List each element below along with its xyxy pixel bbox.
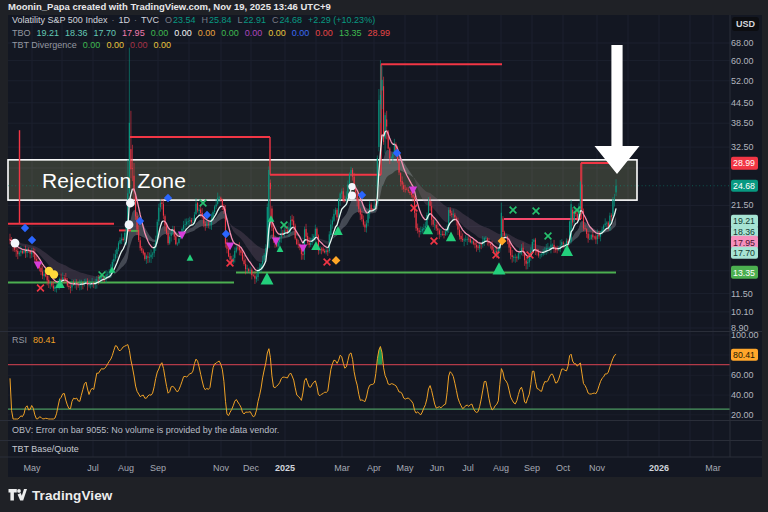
candle-body [192, 222, 193, 223]
candle-body [240, 250, 241, 253]
candle-body [177, 244, 178, 245]
candle-body [502, 219, 503, 232]
tbo-indicator-legend[interactable]: TBO 19.2118.3617.7017.950.000.000.000.00… [12, 28, 396, 39]
chart-canvas[interactable] [0, 0, 768, 512]
candle-body [492, 246, 493, 250]
candle-body [17, 251, 18, 254]
candle-body [464, 240, 465, 241]
candle-body [378, 100, 379, 147]
time-axis-label: Jun [430, 460, 445, 477]
tbt-base-quote-pane-label[interactable]: TBT Base/Quote [12, 444, 79, 454]
candle-body [419, 230, 420, 232]
candle-body [392, 154, 393, 158]
ohlc-value: 25.84 [209, 15, 232, 25]
candle-body [278, 242, 279, 247]
candle-body [149, 257, 150, 258]
candle-body [152, 254, 153, 255]
candle-body [557, 250, 558, 251]
tbo-label[interactable]: TBO [12, 28, 31, 39]
rsi-legend[interactable]: RSI 80.41 [12, 335, 56, 346]
candle-body [352, 170, 353, 177]
symbol-name[interactable]: Volatility S&P 500 Index [12, 15, 107, 26]
symbol-legend[interactable]: Volatility S&P 500 Index · 1D · TVC O23.… [12, 15, 375, 26]
candle-body [124, 233, 125, 240]
candle-body [323, 249, 324, 251]
candle-body [44, 274, 45, 276]
tbt-divergence-label[interactable]: TBT Divergence [12, 40, 77, 51]
candle-body [346, 197, 347, 201]
candle-body [168, 233, 169, 243]
candle-body [343, 191, 344, 200]
candle-body [504, 232, 505, 235]
candle-body [338, 200, 339, 217]
candle-body [209, 224, 210, 225]
tbt-divergence-value: 0.00 [106, 40, 124, 50]
candle-body [462, 239, 463, 240]
candle-body [335, 210, 336, 214]
tbt-divergence-legend[interactable]: TBT Divergence 0.000.000.000.00 [12, 40, 177, 51]
candle-body [144, 253, 145, 259]
candle-body [47, 276, 48, 281]
candle-body [591, 235, 592, 239]
candle-body [603, 226, 604, 230]
price-axis-tick: 10.10 [731, 307, 765, 317]
candle-body [254, 276, 255, 279]
candle-body [443, 234, 444, 235]
candle-body [296, 239, 297, 244]
price-axis-tick: 21.50 [731, 200, 765, 210]
candle-body [98, 280, 99, 281]
price-axis-tick: 40.00 [731, 390, 765, 400]
candle-body [64, 278, 65, 279]
candle-body [302, 254, 303, 256]
price-label-badge: 28.99 [731, 157, 758, 169]
tradingview-logo-icon [8, 487, 27, 504]
exchange-label: TVC [141, 15, 159, 26]
tbo-baseline [520, 251, 522, 252]
rsi-label[interactable]: RSI [12, 335, 27, 346]
price-axis-tick: 32.50 [731, 142, 765, 152]
candle-body [436, 225, 437, 229]
candle-body [470, 239, 471, 242]
candle-body [461, 236, 462, 239]
candle-body [451, 213, 452, 215]
candle-body [186, 222, 187, 225]
candle-body [123, 239, 124, 240]
candle-body [217, 198, 218, 204]
price-axis-tick: 38.50 [731, 118, 765, 128]
candle-body [270, 183, 271, 189]
candle-body [247, 268, 248, 269]
candle-body [445, 231, 446, 234]
tbo-value: 0.00 [174, 28, 192, 38]
candle-body [586, 229, 587, 234]
candle-body [490, 244, 491, 245]
candle-body [547, 248, 548, 249]
price-label-badge: 80.41 [731, 349, 758, 361]
candle-body [540, 255, 541, 256]
candle-body [220, 198, 221, 201]
price-axis-tick: 20.00 [731, 410, 765, 420]
candle-body [138, 230, 139, 240]
candle-body [175, 236, 176, 244]
candle-body [23, 251, 24, 253]
candle-body [256, 277, 257, 280]
candle-body [191, 220, 192, 222]
candle-body [386, 119, 387, 126]
candle-body [130, 149, 131, 169]
candle-body [516, 257, 517, 258]
currency-toggle-button[interactable]: USD [732, 17, 759, 31]
candle-body [479, 245, 480, 248]
candle-body [42, 271, 43, 275]
candle-body [412, 195, 413, 198]
tradingview-logo[interactable]: TradingView [8, 487, 112, 504]
candle-body [357, 194, 358, 201]
candle-body [459, 230, 460, 237]
interval-label[interactable]: 1D [118, 15, 130, 26]
candle-body [113, 259, 114, 262]
candle-body [484, 238, 485, 241]
candle-body [147, 256, 148, 257]
candle-body [262, 261, 263, 264]
candle-body [501, 213, 502, 240]
price-label-badge: 24.68 [731, 180, 758, 192]
signal-circle-marker [11, 239, 20, 248]
candle-body [137, 216, 138, 230]
